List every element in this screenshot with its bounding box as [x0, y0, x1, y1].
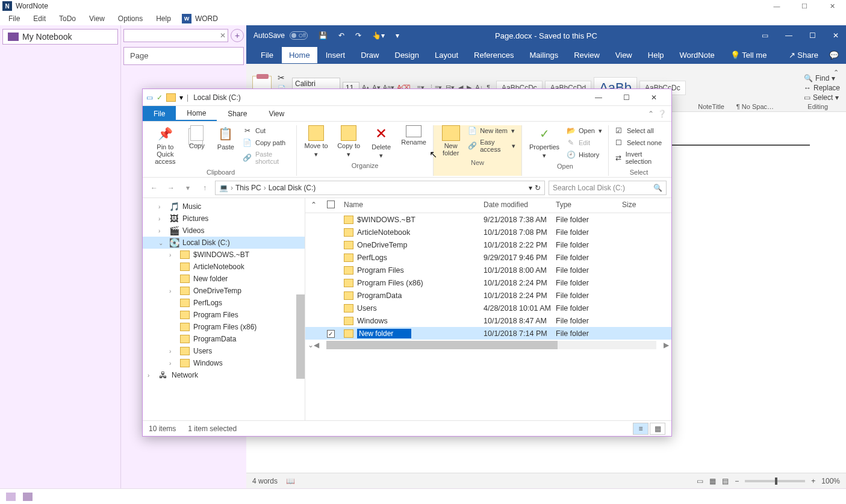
explorer-tab-file[interactable]: File: [143, 106, 176, 121]
word-maximize-icon[interactable]: ☐: [809, 31, 816, 40]
qat-customize-icon[interactable]: ▾: [396, 31, 399, 40]
tree-expand-icon[interactable]: ⌄: [158, 240, 166, 246]
tree-expand-icon[interactable]: ›: [169, 252, 176, 258]
file-row[interactable]: PerfLogs9/29/2017 9:46 PMFile folder: [305, 251, 671, 264]
thumbnails-view-button[interactable]: ▦: [650, 423, 665, 435]
zoom-out-icon[interactable]: −: [735, 477, 739, 485]
file-row[interactable]: $WINDOWS.~BT9/21/2018 7:38 AMFile folder: [305, 213, 671, 226]
read-mode-icon[interactable]: ▭: [697, 477, 703, 485]
tab-review[interactable]: Review: [567, 47, 607, 63]
paste-shortcut-button[interactable]: 🔗Paste shortcut: [243, 149, 290, 166]
cut-button[interactable]: ✂Cut: [243, 125, 290, 136]
search-icon[interactable]: 🔍: [653, 184, 662, 192]
tree-item[interactable]: ›🎬Videos: [143, 225, 305, 237]
file-row[interactable]: Users4/28/2018 10:01 AMFile folder: [305, 302, 671, 314]
tree-item[interactable]: ›🎵Music: [143, 201, 305, 213]
spelling-icon[interactable]: 📖: [286, 477, 295, 485]
file-row[interactable]: ArticleNotebook10/1/2018 7:08 PMFile fol…: [305, 226, 671, 238]
notebook-item[interactable]: My Notebook: [2, 29, 118, 45]
tree-item[interactable]: ›Users: [143, 345, 305, 357]
nav-back-button[interactable]: ←: [148, 181, 161, 194]
close-button[interactable]: ✕: [818, 0, 846, 12]
tab-insert[interactable]: Insert: [319, 47, 353, 63]
save-icon[interactable]: 💾: [319, 31, 328, 40]
nav-forward-button[interactable]: →: [164, 181, 178, 194]
file-row[interactable]: Program Files10/1/2018 8:00 AMFile folde…: [305, 264, 671, 276]
copy-button[interactable]: Copy: [185, 125, 208, 149]
tree-item[interactable]: ⌄💽Local Disk (C:): [143, 237, 305, 249]
share-button[interactable]: ↗ Share: [789, 51, 818, 60]
tree-expand-icon[interactable]: ›: [169, 348, 176, 355]
tab-home[interactable]: Home: [282, 47, 317, 63]
tree-scrollbar[interactable]: [296, 294, 305, 379]
wordnote-search-input[interactable]: [123, 29, 228, 42]
print-layout-icon[interactable]: ▦: [709, 477, 716, 485]
file-row[interactable]: ProgramData10/1/2018 2:24 PMFile folder: [305, 289, 671, 302]
copy-path-button[interactable]: 📄Copy path: [243, 137, 290, 148]
tab-wordnote[interactable]: WordNote: [673, 47, 722, 63]
redo-icon[interactable]: ↷: [355, 31, 361, 40]
zoom-slider[interactable]: [745, 480, 805, 482]
explorer-tab-view[interactable]: View: [258, 106, 295, 121]
column-type[interactable]: Type: [556, 201, 622, 210]
easy-access-button[interactable]: 🔗Easy access ▾: [468, 137, 515, 154]
explorer-search[interactable]: Search Local Disk (C:) 🔍: [549, 181, 667, 195]
replace-button[interactable]: ↔ Replace: [804, 84, 840, 92]
web-layout-icon[interactable]: ▤: [722, 477, 729, 485]
scroll-left-icon[interactable]: ◀: [314, 341, 319, 349]
ribbon-display-icon[interactable]: ▭: [762, 31, 768, 40]
tree-expand-icon[interactable]: ›: [158, 204, 166, 210]
tree-item[interactable]: Program Files (x86): [143, 321, 305, 333]
tree-item[interactable]: New folder: [143, 273, 305, 285]
cut-icon[interactable]: ✂: [278, 73, 286, 82]
explorer-close-button[interactable]: ✕: [640, 89, 668, 106]
menu-edit[interactable]: Edit: [27, 13, 52, 24]
tree-item[interactable]: ›🖧Network: [143, 369, 305, 381]
nav-recent-dropdown[interactable]: ▾: [181, 181, 194, 194]
new-folder-button[interactable]: New folder: [440, 125, 462, 157]
file-row[interactable]: Windows10/1/2018 8:47 AMFile folder: [305, 314, 671, 327]
tab-design[interactable]: Design: [388, 47, 426, 63]
menu-file[interactable]: File: [2, 13, 26, 24]
word-minimize-icon[interactable]: —: [785, 31, 792, 40]
rename-button[interactable]: Rename: [400, 125, 427, 146]
explorer-help-icon[interactable]: ❔: [658, 110, 667, 118]
minimize-button[interactable]: —: [763, 0, 791, 12]
undo-icon[interactable]: ↶: [338, 31, 344, 40]
invert-selection-button[interactable]: ⇄Invert selection: [615, 149, 663, 166]
column-size[interactable]: Size: [622, 201, 658, 210]
word-count[interactable]: 4 words: [252, 477, 278, 485]
zoom-percent[interactable]: 100%: [821, 477, 840, 485]
tab-file[interactable]: File: [253, 47, 281, 63]
tab-draw[interactable]: Draw: [353, 47, 386, 63]
touch-mode-icon[interactable]: 👆▾: [372, 31, 385, 40]
statusbar-icon-1[interactable]: [6, 493, 16, 501]
tree-item[interactable]: ProgramData: [143, 333, 305, 345]
open-button[interactable]: 📂Open ▾: [567, 125, 602, 136]
tree-expand-icon[interactable]: ›: [169, 288, 176, 294]
tab-mailings[interactable]: Mailings: [523, 47, 566, 63]
explorer-maximize-button[interactable]: ☐: [612, 89, 640, 106]
tell-me[interactable]: 💡 Tell me: [723, 47, 774, 63]
address-dropdown-icon[interactable]: ▾: [529, 184, 532, 192]
tree-item[interactable]: ›Windows: [143, 357, 305, 369]
address-refresh-icon[interactable]: ↻: [535, 184, 541, 192]
file-row[interactable]: OneDriveTemp10/1/2018 2:22 PMFile folder: [305, 238, 671, 251]
explorer-tab-home[interactable]: Home: [176, 106, 217, 121]
edit-button[interactable]: ✎Edit: [567, 137, 602, 148]
explorer-nav-tree[interactable]: ›🎵Music›🖼Pictures›🎬Videos⌄💽Local Disk (C…: [143, 198, 305, 420]
column-name[interactable]: Name: [339, 201, 484, 210]
tree-item[interactable]: Program Files: [143, 309, 305, 321]
rename-input[interactable]: [357, 329, 411, 338]
explorer-minimize-button[interactable]: —: [585, 89, 612, 106]
tree-item[interactable]: ›🖼Pictures: [143, 213, 305, 225]
menu-options[interactable]: Options: [112, 13, 149, 24]
column-date[interactable]: Date modified: [484, 201, 556, 210]
tab-layout[interactable]: Layout: [428, 47, 465, 63]
clear-search-icon[interactable]: ✕: [220, 31, 226, 40]
tab-references[interactable]: References: [467, 47, 521, 63]
menu-help[interactable]: Help: [150, 13, 177, 24]
statusbar-icon-2[interactable]: [23, 493, 33, 501]
tree-expand-icon[interactable]: ›: [169, 360, 176, 367]
explorer-tab-share[interactable]: Share: [217, 106, 258, 121]
